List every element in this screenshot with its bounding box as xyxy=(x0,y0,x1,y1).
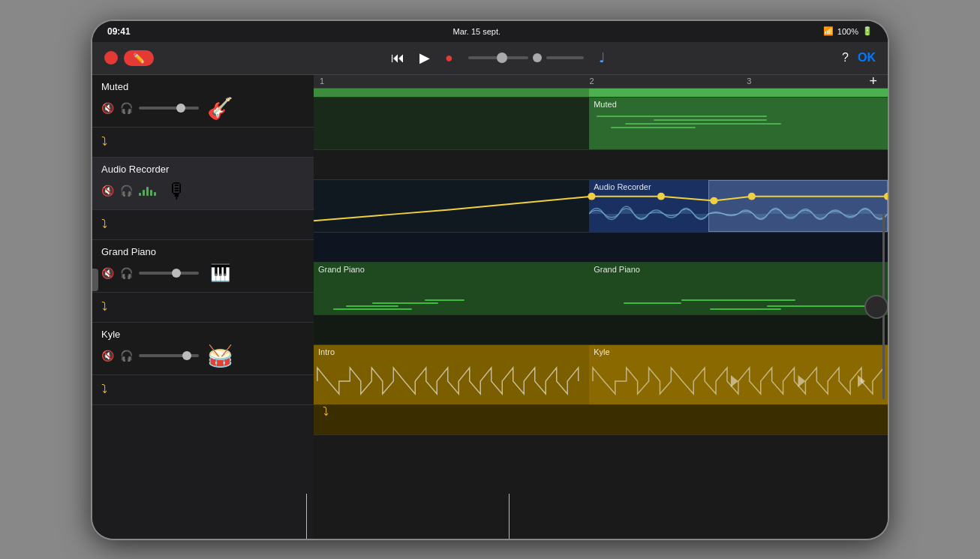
track-name-piano: Grand Piano xyxy=(101,246,156,257)
arr-extra-kyle: ⤵ xyxy=(314,405,888,435)
midi-note-1 xyxy=(597,116,767,117)
track-extra-kyle: ⤵ xyxy=(92,375,314,405)
piano-note-r1 xyxy=(681,299,796,301)
tracks-panel: Muted 🔇 🎧 🎸 ⤵ Audio Recorder 🔇 xyxy=(92,75,314,539)
automation-icon-muted: ⤵ xyxy=(101,135,107,149)
metronome-icon: ♩ xyxy=(599,50,605,66)
svg-point-1 xyxy=(657,192,665,200)
track-header-kyle: Kyle 🔇 🎧 🥁 xyxy=(92,323,314,375)
toolbar-left: ✏️ xyxy=(104,50,154,66)
track-name-kyle: Kyle xyxy=(101,329,120,340)
help-button[interactable]: ? xyxy=(842,51,849,65)
metronome-button[interactable]: ♩ xyxy=(599,50,605,66)
tempo-knob[interactable] xyxy=(533,53,542,62)
track-extra-muted: ⤵ xyxy=(92,128,314,158)
track-extra-audio: ⤵ xyxy=(92,210,314,240)
arr-extra-audio xyxy=(314,233,888,263)
muted-midi-notes xyxy=(597,116,880,128)
svg-point-4 xyxy=(884,192,888,200)
piano-notes-left xyxy=(320,298,583,311)
midi-note-2 xyxy=(654,119,767,121)
volume-slider-kyle[interactable] xyxy=(139,354,199,357)
toolbar: ✏️ ⏮ ▶ ● ♩ ? xyxy=(92,42,888,75)
eq-bar-3 xyxy=(146,187,149,196)
toolbar-center: ⏮ ▶ ● ♩ xyxy=(163,50,833,66)
track-controls-kyle: 🔇 🎧 🥁 xyxy=(101,337,235,374)
eq-bar-1 xyxy=(139,193,141,196)
svg-point-3 xyxy=(748,192,756,200)
instrument-icon-muted[interactable]: 🎸 xyxy=(205,89,235,127)
ruler-marker-3: 3 xyxy=(747,77,751,86)
instrument-icon-kyle[interactable]: 🥁 xyxy=(205,337,235,374)
ok-button[interactable]: OK xyxy=(858,51,876,65)
volume-knob-kyle xyxy=(182,351,191,360)
svg-point-0 xyxy=(588,192,595,200)
edit-pencil-button[interactable]: ✏️ xyxy=(124,50,154,66)
track-header-piano: Grand Piano 🔇 🎧 🎹 xyxy=(92,240,314,293)
kyle-waveform-left xyxy=(314,360,589,401)
piano-region-left: Grand Piano xyxy=(314,263,589,314)
mute-icon-audio[interactable]: 🔇 xyxy=(101,185,114,197)
piano-note-r3 xyxy=(767,305,867,307)
automation-icon-kyle: ⤵ xyxy=(101,383,107,396)
arr-track-piano[interactable]: Grand Piano Grand Piano xyxy=(314,263,888,315)
record-icon: ● xyxy=(445,50,453,66)
tempo-slider[interactable] xyxy=(468,56,528,59)
midi-note-3 xyxy=(625,123,781,125)
pencil-icon: ✏️ xyxy=(133,53,145,64)
piano-region-right: Grand Piano xyxy=(589,263,888,314)
mute-icon-kyle[interactable]: 🔇 xyxy=(101,350,114,362)
side-button[interactable] xyxy=(92,269,98,291)
track-header-audio: Audio Recorder 🔇 🎧 🎙 xyxy=(92,158,314,210)
headphone-icon-audio[interactable]: 🎧 xyxy=(120,185,133,197)
arr-track-muted[interactable]: Muted xyxy=(314,98,888,150)
track-name-muted: Muted xyxy=(101,81,128,92)
status-time: 09:41 xyxy=(107,26,131,37)
volume-slider-piano[interactable] xyxy=(139,272,199,275)
instrument-icon-audio[interactable]: 🎙 xyxy=(162,172,192,209)
toolbar-right: ? OK xyxy=(842,51,876,65)
home-button[interactable] xyxy=(864,295,888,319)
track-controls-audio: 🔇 🎧 🎙 xyxy=(101,172,192,209)
volume-slider-muted[interactable] xyxy=(139,107,199,110)
callout-line-left xyxy=(306,494,307,539)
record-indicator xyxy=(104,51,118,65)
mute-icon-muted[interactable]: 🔇 xyxy=(101,102,114,114)
svg-point-2 xyxy=(710,197,717,204)
piano-note-l3 xyxy=(346,305,398,307)
instrument-icon-piano[interactable]: 🎹 xyxy=(205,254,235,292)
headphone-icon-piano[interactable]: 🎧 xyxy=(120,267,133,279)
headphone-icon-kyle[interactable]: 🎧 xyxy=(120,350,133,362)
piano-notes-right xyxy=(595,298,882,311)
arr-track-audio[interactable]: Audio Recorder xyxy=(314,180,888,233)
piano-note-r2 xyxy=(624,302,681,304)
volume-knob-muted xyxy=(176,104,185,113)
muted-region-label: Muted xyxy=(594,100,617,109)
arrangement[interactable]: 1 2 3 + Muted xyxy=(314,75,888,539)
arr-track-kyle[interactable]: Intro Kyle xyxy=(314,345,888,405)
track-controls-muted: 🔇 🎧 🎸 xyxy=(101,89,235,127)
add-track-button[interactable]: + xyxy=(869,75,877,89)
volume-slider[interactable] xyxy=(546,56,584,59)
play-button[interactable]: ▶ xyxy=(419,50,430,66)
arr-extra-piano xyxy=(314,315,888,345)
volume-knob-piano xyxy=(172,269,181,278)
arr-extra-muted xyxy=(314,150,888,180)
svg-marker-5 xyxy=(731,375,738,387)
automation-line-svg xyxy=(314,180,888,232)
eq-bars-audio xyxy=(139,185,156,196)
piano-left-label: Grand Piano xyxy=(318,265,365,274)
kyle-label: Kyle xyxy=(594,347,609,356)
mute-icon-piano[interactable]: 🔇 xyxy=(101,267,114,279)
callout-line-right xyxy=(509,494,510,539)
rewind-button[interactable]: ⏮ xyxy=(391,50,404,66)
main-content: Muted 🔇 🎧 🎸 ⤵ Audio Recorder 🔇 xyxy=(92,75,888,539)
automation-icon-audio: ⤵ xyxy=(101,218,107,231)
record-button[interactable]: ● xyxy=(445,50,453,66)
kyle-intro-region: Intro xyxy=(314,345,589,404)
headphone-icon-muted[interactable]: 🎧 xyxy=(120,102,133,114)
ruler-marker-2: 2 xyxy=(590,77,594,86)
track-name-audio: Audio Recorder xyxy=(101,164,169,175)
help-icon: ? xyxy=(842,51,849,64)
track-extra-piano: ⤵ xyxy=(92,293,314,323)
